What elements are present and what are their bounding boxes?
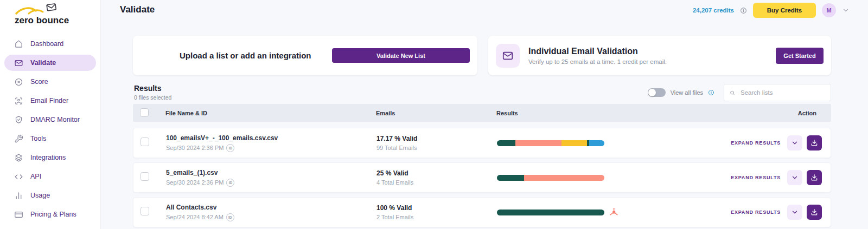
total-emails: 99 Total Emails	[376, 145, 486, 151]
credit-card-icon	[14, 210, 23, 219]
upload-card: Upload a list or add an integration Vali…	[133, 36, 477, 75]
id-icon[interactable]: ID	[226, 213, 234, 221]
sidebar-item-label: Score	[30, 78, 48, 86]
chevron-down-icon	[791, 174, 799, 181]
wrench-icon	[14, 134, 23, 143]
select-all-checkbox[interactable]	[140, 108, 149, 117]
layers-icon	[14, 153, 23, 162]
shield-check-icon	[14, 115, 23, 125]
validate-new-list-button[interactable]: Validate New List	[332, 48, 470, 63]
sidebar-item-pricing-plans[interactable]: Pricing & Plans	[4, 206, 96, 223]
search-input[interactable]	[739, 89, 825, 96]
expand-chevron-button[interactable]	[787, 170, 802, 185]
chevron-down-icon	[791, 139, 799, 147]
sidebar-item-usage[interactable]: Usage	[4, 187, 96, 204]
account-menu-chevron-icon[interactable]	[842, 6, 850, 14]
avatar[interactable]: M	[822, 3, 836, 17]
expand-results-button[interactable]: EXPAND RESULTS	[731, 175, 781, 180]
sidebar-item-label: Pricing & Plans	[30, 211, 76, 218]
chevron-down-icon	[791, 208, 799, 216]
individual-validation-card: Individual Email Validation Verify up to…	[488, 36, 831, 75]
download-button[interactable]	[807, 135, 822, 151]
total-emails: 4 Total Emails	[376, 179, 486, 186]
home-icon	[14, 40, 23, 49]
buy-credits-button[interactable]: Buy Credits	[753, 3, 816, 18]
results-controls: View all files	[648, 84, 831, 101]
column-header-action: Action	[695, 110, 831, 116]
bar-segment-salmon	[524, 175, 605, 181]
bar-chart-icon	[14, 191, 23, 200]
sidebar-item-api[interactable]: API	[4, 168, 96, 185]
get-started-button[interactable]: Get Started	[776, 48, 824, 64]
credits-info-icon[interactable]	[740, 7, 747, 14]
sidebar-item-label: Email Finder	[30, 97, 68, 104]
expand-chevron-button[interactable]	[787, 205, 802, 220]
file-date: Sep/24 2024 8:42 AM	[166, 214, 224, 220]
results-title: Results	[134, 84, 171, 93]
bar-segment-teal	[497, 140, 515, 146]
table-row: 100_emailsV+_-_100_emails.csv.csv Sep/30…	[133, 128, 831, 158]
download-button[interactable]	[807, 205, 822, 220]
gauge-icon	[14, 77, 23, 87]
view-all-files-label: View all files	[671, 89, 703, 96]
page-title: Validate	[120, 4, 155, 15]
bar-segment-salmon	[515, 140, 561, 146]
file-name[interactable]: 5_emails_(1).csv	[166, 169, 376, 176]
table-row: All Contacts.csv Sep/24 2024 8:42 AM ID …	[133, 197, 831, 227]
column-header-results[interactable]: Results	[486, 110, 695, 116]
column-header-filename[interactable]: File Name & ID	[165, 110, 376, 116]
results-table: File Name & ID Emails Results Action 100…	[133, 104, 831, 229]
download-button[interactable]	[807, 170, 822, 185]
sidebar-item-label: Tools	[30, 135, 46, 142]
sidebar-item-label: Validate	[30, 59, 56, 67]
bar-segment-teal	[497, 210, 604, 215]
table-header-row: File Name & ID Emails Results Action	[133, 104, 831, 122]
file-name[interactable]: 100_emailsV+_-_100_emails.csv.csv	[166, 134, 376, 142]
sidebar-item-label: DMARC Monitor	[30, 116, 80, 123]
download-icon	[810, 139, 818, 147]
id-icon[interactable]: ID	[226, 179, 234, 187]
column-header-emails[interactable]: Emails	[376, 110, 486, 116]
person-search-icon	[14, 96, 23, 106]
search-box	[724, 84, 831, 101]
sidebar-item-score[interactable]: Score	[4, 74, 96, 90]
envelope-icon-badge	[496, 44, 520, 68]
hubspot-icon	[609, 207, 618, 217]
row-checkbox[interactable]	[141, 138, 149, 146]
total-emails: 2 Total Emails	[376, 214, 486, 220]
results-bar	[497, 140, 604, 146]
sidebar-item-dmarc-monitor[interactable]: DMARC Monitor	[4, 112, 96, 128]
sidebar-item-tools[interactable]: Tools	[4, 130, 96, 147]
expand-results-button[interactable]: EXPAND RESULTS	[731, 210, 781, 215]
results-bar	[497, 210, 604, 215]
bar-segment-yellow	[561, 140, 588, 146]
sidebar-item-label: Dashboard	[30, 40, 63, 48]
sidebar-item-email-finder[interactable]: Email Finder	[4, 93, 96, 109]
brand-logo[interactable]: zero bounce	[0, 0, 100, 29]
individual-validation-subtitle: Verify up to 25 emails at a time. 1 cred…	[528, 58, 667, 65]
row-checkbox[interactable]	[141, 207, 149, 215]
valid-percent: 17.17 % Valid	[376, 135, 486, 142]
view-all-info-icon[interactable]	[708, 89, 714, 96]
brand-logo-text: zero bounce	[15, 15, 69, 25]
table-row: 5_emails_(1).csv Sep/30 2024 2:36 PM ID …	[133, 162, 831, 193]
expand-results-button[interactable]: EXPAND RESULTS	[731, 140, 781, 146]
file-name[interactable]: All Contacts.csv	[166, 204, 376, 211]
results-bar	[497, 175, 604, 181]
sidebar-nav: Dashboard Validate Score Email Finder DM…	[0, 36, 100, 223]
download-icon	[810, 208, 818, 216]
id-icon[interactable]: ID	[226, 144, 234, 152]
code-icon	[14, 172, 23, 181]
sidebar-item-validate[interactable]: Validate	[4, 55, 96, 71]
file-date: Sep/30 2024 2:36 PM	[166, 179, 224, 186]
search-icon	[730, 89, 735, 96]
sidebar-item-integrations[interactable]: Integrations	[4, 149, 96, 166]
sidebar-item-dashboard[interactable]: Dashboard	[4, 36, 96, 52]
header-actions: 24,207 credits Buy Credits M	[693, 3, 850, 18]
expand-chevron-button[interactable]	[787, 135, 802, 151]
table-body: 100_emailsV+_-_100_emails.csv.csv Sep/30…	[133, 128, 831, 227]
file-date: Sep/30 2024 2:36 PM	[166, 145, 224, 151]
view-all-files-toggle[interactable]	[648, 88, 666, 97]
credits-balance[interactable]: 24,207 credits	[693, 7, 734, 14]
row-checkbox[interactable]	[141, 172, 149, 181]
